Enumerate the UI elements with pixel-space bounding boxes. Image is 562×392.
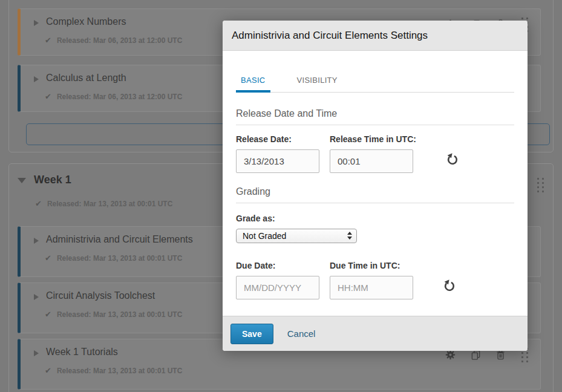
subsection-title: Circuit Analysis Toolchest — [46, 290, 155, 301]
modal-title: Administrivia and Circuit Elements Setti… — [223, 21, 528, 51]
reset-icon — [446, 158, 459, 168]
select-arrows-icon — [347, 232, 352, 240]
save-button[interactable]: Save — [230, 324, 273, 344]
due-time-input[interactable] — [330, 276, 413, 299]
release-status: ✔Released: Mar 13, 2013 at 00:01 UTC — [45, 310, 182, 319]
collapse-arrow-icon[interactable] — [18, 178, 26, 183]
due-date-input[interactable] — [236, 276, 319, 299]
modal-tabs: BASIC VISIBILITY — [236, 76, 514, 93]
release-status: ✔Released: Mar 13, 2013 at 00:01 UTC — [45, 366, 182, 375]
check-icon: ✔ — [45, 366, 51, 375]
reset-release-date-button[interactable] — [446, 152, 459, 168]
due-date-label: Due Date: — [236, 261, 319, 270]
gear-icon[interactable] — [445, 350, 456, 361]
release-date-input[interactable] — [236, 149, 319, 173]
release-status: ✔Released: Mar 13, 2013 at 00:01 UTC — [35, 199, 172, 208]
modal-header: Administrivia and Circuit Elements Setti… — [223, 21, 528, 51]
subsection-title: Administrivia and Circuit Elements — [46, 234, 193, 245]
section-title: Week 1 — [34, 174, 71, 186]
release-date-label: Release Date: — [236, 134, 319, 144]
expand-arrow-icon[interactable] — [34, 76, 39, 82]
subsection-title: Calculus at Length — [46, 73, 126, 83]
grade-as-value: Not Graded — [243, 231, 286, 241]
release-status: ✔Released: Mar 13, 2013 at 00:01 UTC — [45, 253, 182, 263]
subsection-title: Complex Numbers — [46, 16, 126, 27]
expand-arrow-icon[interactable] — [34, 238, 39, 244]
grading-section-heading: Grading — [236, 186, 514, 203]
check-icon: ✔ — [45, 310, 51, 319]
cancel-link[interactable]: Cancel — [287, 328, 316, 339]
reset-icon — [443, 285, 456, 294]
expand-arrow-icon[interactable] — [34, 20, 39, 26]
expand-arrow-icon[interactable] — [34, 350, 39, 356]
tab-basic[interactable]: BASIC — [236, 76, 270, 93]
duplicate-icon[interactable] — [471, 350, 481, 361]
drag-handle-icon[interactable] — [537, 178, 544, 192]
modal-footer: Save Cancel — [223, 316, 528, 351]
check-icon: ✔ — [45, 36, 51, 45]
due-time-label: Due Time in UTC: — [330, 261, 413, 270]
release-status: ✔Released: Mar 06, 2013 at 12:00 UTC — [45, 36, 182, 45]
release-time-label: Release Time in UTC: — [330, 134, 416, 144]
release-section-heading: Release Date and Time — [236, 108, 514, 125]
grade-as-select[interactable]: Not Graded — [236, 229, 357, 243]
check-icon: ✔ — [45, 253, 51, 263]
grade-as-label: Grade as: — [236, 214, 514, 223]
release-time-input[interactable] — [330, 149, 413, 173]
check-icon: ✔ — [45, 92, 51, 101]
modal-body: BASIC VISIBILITY Release Date and Time R… — [223, 51, 528, 316]
subsection-settings-modal: Administrivia and Circuit Elements Setti… — [223, 21, 528, 351]
expand-arrow-icon[interactable] — [34, 294, 39, 300]
check-icon: ✔ — [35, 199, 42, 208]
tab-visibility[interactable]: VISIBILITY — [292, 76, 342, 92]
release-status: ✔Released: Mar 06, 2013 at 12:00 UTC — [45, 92, 182, 101]
subsection-title: Week 1 Tutorials — [46, 347, 118, 358]
delete-icon[interactable] — [496, 350, 506, 361]
reset-due-date-button[interactable] — [443, 279, 456, 294]
